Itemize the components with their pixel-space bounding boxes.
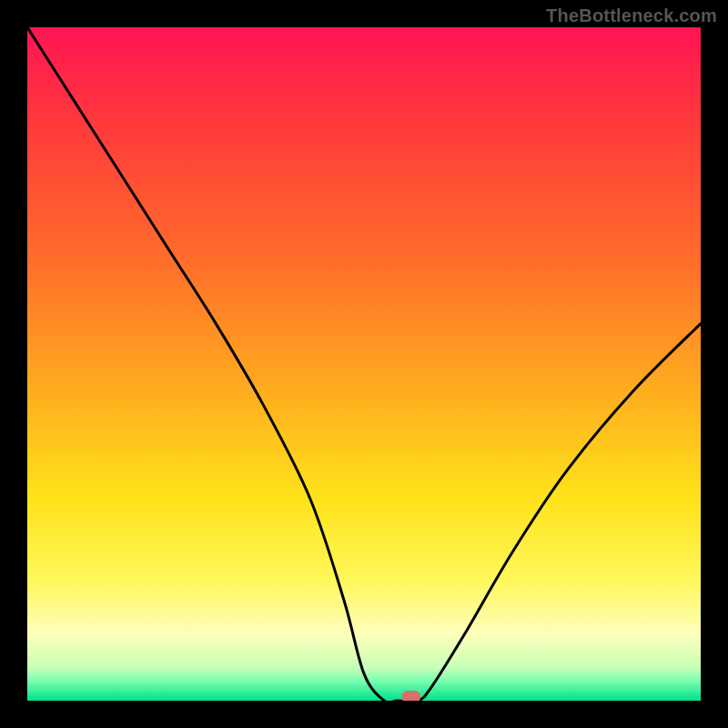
watermark-text: TheBottleneck.com — [546, 5, 717, 26]
optimal-marker — [402, 691, 420, 701]
plot-area — [27, 27, 701, 701]
bottleneck-chart — [27, 27, 701, 701]
chart-frame: TheBottleneck.com — [0, 0, 728, 728]
gradient-background — [27, 27, 701, 701]
